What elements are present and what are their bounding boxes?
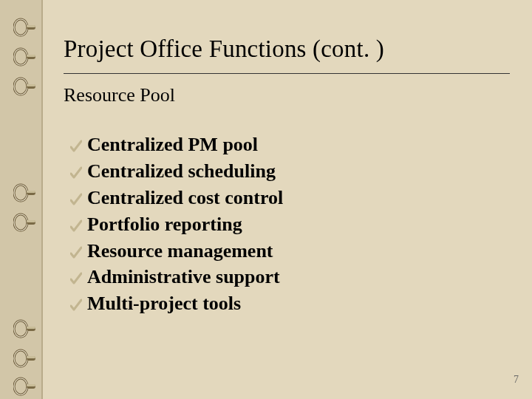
binder-ring-icon xyxy=(13,377,35,396)
list-item: Administrative support xyxy=(68,264,510,290)
bullet-text: Centralized scheduling xyxy=(87,158,276,185)
page-number: 7 xyxy=(514,374,519,386)
svg-rect-19 xyxy=(27,220,35,222)
bullet-text: Resource management xyxy=(87,238,273,265)
svg-rect-31 xyxy=(27,384,35,386)
bullet-text: Portfolio reporting xyxy=(87,211,242,238)
svg-point-21 xyxy=(14,321,27,337)
list-item: Portfolio reporting xyxy=(68,211,510,238)
bullet-text: Multi-project tools xyxy=(87,290,241,317)
check-icon xyxy=(68,211,84,238)
title-divider xyxy=(64,73,510,74)
binder-strip xyxy=(0,0,43,399)
bullet-text: Centralized cost control xyxy=(87,185,283,211)
svg-rect-3 xyxy=(27,25,35,27)
svg-point-5 xyxy=(14,49,27,65)
svg-rect-27 xyxy=(27,356,35,358)
binder-ring-icon xyxy=(13,213,35,232)
bullet-text: Centralized PM pool xyxy=(87,132,258,158)
check-icon xyxy=(68,290,84,317)
check-icon xyxy=(68,158,84,185)
binder-ring-icon xyxy=(13,18,35,37)
svg-point-25 xyxy=(14,350,27,366)
binder-ring-icon xyxy=(13,319,35,338)
svg-point-29 xyxy=(14,378,27,395)
check-icon xyxy=(68,132,84,158)
binder-ring-icon xyxy=(13,47,35,66)
binder-ring-icon xyxy=(13,183,35,202)
svg-point-17 xyxy=(14,214,27,231)
list-item: Centralized scheduling xyxy=(68,158,510,185)
slide-content: Project Office Functions (cont. ) Resour… xyxy=(64,35,510,317)
svg-rect-23 xyxy=(27,327,35,329)
list-item: Centralized PM pool xyxy=(68,132,510,158)
svg-point-1 xyxy=(14,19,27,35)
list-item: Resource management xyxy=(68,238,510,265)
check-icon xyxy=(68,185,84,211)
slide-subtitle: Resource Pool xyxy=(64,84,510,106)
svg-point-9 xyxy=(14,78,27,95)
check-icon xyxy=(68,264,84,290)
binder-ring-icon xyxy=(13,77,35,96)
check-icon xyxy=(68,238,84,265)
binder-ring-icon xyxy=(13,349,35,368)
svg-rect-11 xyxy=(27,84,35,86)
slide-title: Project Office Functions (cont. ) xyxy=(64,35,510,63)
svg-rect-7 xyxy=(27,55,35,57)
bullet-text: Administrative support xyxy=(87,264,280,290)
svg-point-13 xyxy=(14,185,27,201)
list-item: Multi-project tools xyxy=(68,290,510,317)
bullet-list: Centralized PM pool Centralized scheduli… xyxy=(68,132,510,317)
svg-rect-15 xyxy=(27,191,35,193)
list-item: Centralized cost control xyxy=(68,185,510,211)
